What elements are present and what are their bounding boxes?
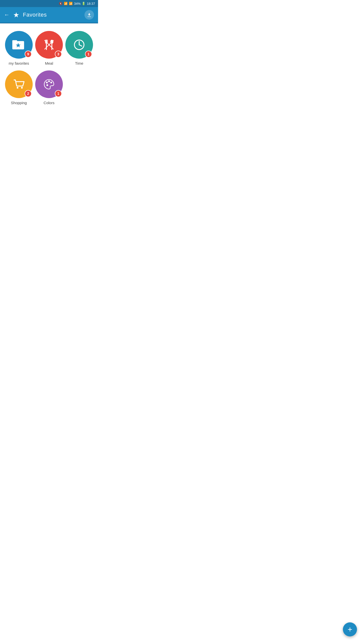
badge-meal: 3	[55, 51, 62, 58]
label-time: Time	[75, 61, 83, 65]
time-text: 18:37	[87, 2, 95, 6]
mute-icon: 🔇	[59, 2, 63, 5]
cart-icon	[12, 78, 25, 91]
badge-my-favorites: 9	[25, 51, 32, 58]
header-left: ← ★ Favorites	[4, 11, 47, 19]
svg-point-14	[17, 87, 18, 89]
grid-item-meal[interactable]: 3 Meal	[35, 31, 63, 65]
svg-point-16	[46, 82, 48, 84]
badge-shopping: 2	[25, 90, 32, 97]
svg-line-13	[79, 45, 82, 46]
wifi-icon: 📶	[64, 2, 68, 5]
label-shopping: Shopping	[11, 101, 27, 105]
favorites-grid: 9 my favorites	[5, 31, 93, 105]
signal-icon: 📶	[69, 2, 73, 5]
download-icon	[87, 12, 92, 17]
status-icons: 🔇 📶 📶 34% 🔋 18:37	[59, 2, 95, 6]
badge-colors: 1	[55, 90, 62, 97]
circle-wrapper-shopping: 2	[5, 70, 33, 98]
cutlery-icon	[42, 38, 56, 51]
svg-point-15	[21, 87, 23, 89]
battery-text: 34%	[74, 2, 80, 6]
circle-wrapper-meal: 3	[35, 31, 63, 59]
svg-rect-1	[12, 40, 17, 43]
clock-icon	[73, 38, 86, 51]
svg-point-17	[48, 80, 50, 82]
label-colors: Colors	[43, 101, 54, 105]
back-button[interactable]: ←	[4, 12, 10, 18]
palette-icon	[42, 78, 56, 91]
grid-item-colors[interactable]: 1 Colors	[35, 70, 63, 105]
svg-point-18	[50, 82, 52, 84]
app-header: ← ★ Favorites	[0, 7, 98, 23]
header-star-icon: ★	[13, 11, 19, 19]
download-button[interactable]	[84, 10, 94, 20]
status-bar: 🔇 📶 📶 34% 🔋 18:37	[0, 0, 98, 7]
label-meal: Meal	[45, 61, 53, 65]
circle-wrapper-time: 1	[65, 31, 93, 59]
circle-wrapper-colors: 1	[35, 70, 63, 98]
grid-item-shopping[interactable]: 2 Shopping	[5, 70, 33, 105]
battery-icon: 🔋	[82, 2, 85, 5]
grid-item-my-favorites[interactable]: 9 my favorites	[5, 31, 33, 65]
page-title: Favorites	[23, 12, 47, 18]
grid-item-time[interactable]: 1 Time	[65, 31, 93, 65]
badge-time: 1	[85, 51, 92, 58]
label-my-favorites: my favorites	[9, 61, 29, 65]
circle-wrapper-my-favorites: 9	[5, 31, 33, 59]
svg-point-19	[47, 84, 48, 86]
content-area: 9 my favorites	[0, 23, 98, 112]
folder-star-icon	[12, 38, 25, 51]
